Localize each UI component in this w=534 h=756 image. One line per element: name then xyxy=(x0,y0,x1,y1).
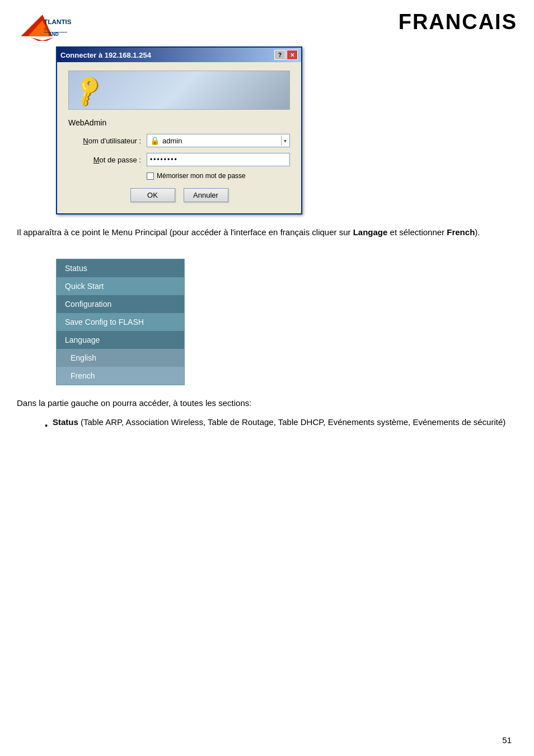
dialog-buttons: OK Annuler xyxy=(68,188,290,202)
main-content: Il apparaîtra à ce point le Menu Princip… xyxy=(0,214,534,259)
ok-button[interactable]: OK xyxy=(130,188,175,202)
menu-sidebar: Status Quick Start Configuration Save Co… xyxy=(56,259,185,385)
svg-text:TLANTIS: TLANTIS xyxy=(44,18,71,25)
password-row: Mot de passe : •••••••• xyxy=(68,153,290,166)
menu-item-status[interactable]: Status xyxy=(57,259,184,277)
password-dots: •••••••• xyxy=(150,156,178,164)
menu-item-english[interactable]: English xyxy=(57,349,184,367)
login-dialog: Connecter à 192.168.1.254 ? ✕ 🔑 WebAdmin… xyxy=(56,46,302,214)
username-underline-n: Nom d'utilisateur : xyxy=(83,137,141,145)
bullet-list: • Status (Table ARP, Association Wireles… xyxy=(45,416,517,432)
remember-row: Mémoriser mon mot de passe xyxy=(147,172,290,180)
webadmin-label: WebAdmin xyxy=(68,118,290,127)
menu-item-quickstart[interactable]: Quick Start xyxy=(57,277,184,295)
titlebar-buttons: ? ✕ xyxy=(274,50,298,60)
para1-bold1: Langage xyxy=(353,227,388,237)
svg-marker-6 xyxy=(31,38,54,41)
remember-label: Mémoriser mon mot de passe xyxy=(157,172,246,180)
atlantis-logo: TLANTIS ® AND xyxy=(17,10,73,41)
page-number: 51 xyxy=(502,735,512,745)
remember-checkbox[interactable] xyxy=(147,172,154,180)
username-label: Nom d'utilisateur : xyxy=(68,137,147,145)
bullet-item-status: • Status (Table ARP, Association Wireles… xyxy=(45,416,517,432)
dialog-title: Connecter à 192.168.1.254 xyxy=(60,51,151,59)
password-input[interactable]: •••••••• xyxy=(147,153,290,166)
help-button[interactable]: ? xyxy=(274,50,285,60)
username-input[interactable]: 🔒 admin ▾ xyxy=(147,134,290,147)
bullet-dot: • xyxy=(45,419,48,432)
intro-paragraph: Il apparaîtra à ce point le Menu Princip… xyxy=(17,226,517,239)
bullet-text: Status (Table ARP, Association Wireless,… xyxy=(53,416,505,432)
para1-bold2: French xyxy=(447,227,475,237)
bottom-paragraph: Dans la partie gauche on pourra accéder,… xyxy=(17,396,517,410)
menu-item-language[interactable]: Language xyxy=(57,331,184,349)
svg-text:®: ® xyxy=(44,27,46,31)
logo-area: TLANTIS ® AND xyxy=(17,10,73,41)
user-icon: 🔒 xyxy=(150,136,160,145)
key-icon: 🔑 xyxy=(70,72,107,109)
username-row: Nom d'utilisateur : 🔒 admin ▾ xyxy=(68,134,290,147)
page-language-title: FRANCAIS xyxy=(399,10,517,34)
bottom-content: Dans la partie gauche on pourra accéder,… xyxy=(0,396,534,446)
menu-item-save-config[interactable]: Save Config to FLASH xyxy=(57,313,184,331)
para1-text2: et sélectionner xyxy=(387,227,447,237)
para1-text3: ). xyxy=(475,227,480,237)
dialog-body: 🔑 WebAdmin Nom d'utilisateur : 🔒 admin ▾… xyxy=(57,62,301,213)
cancel-button[interactable]: Annuler xyxy=(184,188,228,202)
login-dialog-container: Connecter à 192.168.1.254 ? ✕ 🔑 WebAdmin… xyxy=(56,46,302,214)
page-header: TLANTIS ® AND FRANCAIS xyxy=(0,0,534,46)
menu-item-french[interactable]: French xyxy=(57,367,184,385)
password-label: Mot de passe : xyxy=(68,156,147,164)
dialog-titlebar: Connecter à 192.168.1.254 ? ✕ xyxy=(57,48,301,62)
bullet-bold: Status xyxy=(53,417,78,427)
username-value: admin xyxy=(162,137,182,145)
para1-text1: Il apparaîtra à ce point le Menu Princip… xyxy=(17,227,353,237)
menu-item-configuration[interactable]: Configuration xyxy=(57,295,184,313)
close-button[interactable]: ✕ xyxy=(287,50,298,60)
dialog-icon-area: 🔑 xyxy=(68,71,290,110)
dropdown-arrow[interactable]: ▾ xyxy=(281,136,287,146)
